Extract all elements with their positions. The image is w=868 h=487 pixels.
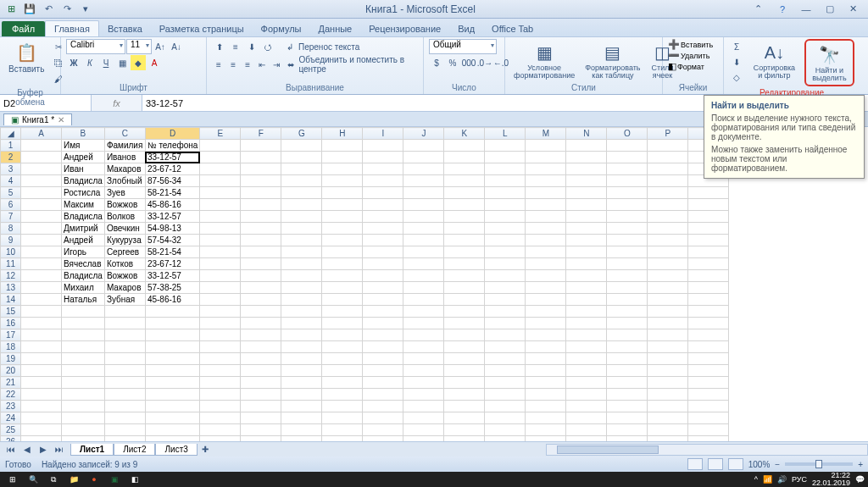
cell-G5[interactable] — [281, 187, 322, 199]
cell-F7[interactable] — [241, 211, 281, 223]
clock-date[interactable]: 22.01.2019 — [812, 479, 850, 487]
cell-I4[interactable] — [363, 175, 403, 187]
cell-G18[interactable] — [281, 341, 322, 353]
cell-G10[interactable] — [281, 246, 322, 258]
cell-M20[interactable] — [526, 365, 566, 377]
cell-I11[interactable] — [363, 258, 403, 270]
cell-H5[interactable] — [322, 187, 363, 199]
cell-L17[interactable] — [485, 329, 526, 341]
cell-O8[interactable] — [607, 223, 648, 235]
cell-O20[interactable] — [607, 365, 648, 377]
cell-N22[interactable] — [566, 389, 607, 401]
cell-B18[interactable] — [62, 341, 105, 353]
cell-A12[interactable] — [21, 270, 62, 282]
cell-Q6[interactable] — [688, 199, 729, 211]
view-normal-icon[interactable] — [687, 458, 703, 470]
cell-M11[interactable] — [526, 258, 566, 270]
cell-E1[interactable] — [200, 140, 241, 152]
tab-office-tab[interactable]: Office Tab — [483, 21, 542, 36]
cell-I12[interactable] — [363, 270, 403, 282]
col-header-G[interactable]: G — [281, 128, 322, 140]
cell-F23[interactable] — [241, 401, 281, 412]
language-indicator[interactable]: РУС — [792, 475, 807, 484]
cell-I16[interactable] — [363, 318, 403, 329]
cell-I1[interactable] — [363, 140, 403, 152]
paste-button[interactable]: 📋 Вставить — [5, 39, 47, 75]
cell-L19[interactable] — [485, 353, 526, 365]
cell-H9[interactable] — [322, 235, 363, 246]
cell-L10[interactable] — [485, 246, 526, 258]
cell-G20[interactable] — [281, 365, 322, 377]
cell-L11[interactable] — [485, 258, 526, 270]
cell-P24[interactable] — [648, 412, 688, 424]
cell-E18[interactable] — [200, 341, 241, 353]
row-header-11[interactable]: 11 — [1, 258, 21, 270]
cell-D5[interactable]: 58-21-54 — [145, 187, 199, 199]
close-button[interactable]: ✕ — [843, 2, 865, 17]
conditional-formatting-button[interactable]: ▦ Условное форматирование — [510, 39, 578, 81]
cell-A7[interactable] — [21, 211, 62, 223]
cell-P20[interactable] — [648, 365, 688, 377]
cell-E19[interactable] — [200, 353, 241, 365]
row-header-9[interactable]: 9 — [1, 235, 21, 246]
cell-A23[interactable] — [21, 401, 62, 412]
cell-A3[interactable] — [21, 163, 62, 175]
cell-I7[interactable] — [363, 211, 403, 223]
cell-O9[interactable] — [607, 235, 648, 246]
cell-J17[interactable] — [403, 329, 444, 341]
sheet-nav-last-icon[interactable]: ⏭ — [52, 442, 67, 457]
cell-N8[interactable] — [566, 223, 607, 235]
cell-O11[interactable] — [607, 258, 648, 270]
cell-O21[interactable] — [607, 377, 648, 389]
cell-N16[interactable] — [566, 318, 607, 329]
cell-E10[interactable] — [200, 246, 241, 258]
font-name-combo[interactable]: Calibri — [66, 39, 125, 54]
fx-button[interactable]: fx — [92, 95, 142, 111]
cell-Q24[interactable] — [688, 412, 729, 424]
align-center-icon[interactable]: ≡ — [226, 57, 240, 72]
font-color-icon[interactable]: A — [147, 55, 162, 70]
cell-I3[interactable] — [363, 163, 403, 175]
decrease-indent-icon[interactable]: ⇤ — [255, 57, 269, 72]
cell-P23[interactable] — [648, 401, 688, 412]
tab-formulas[interactable]: Формулы — [253, 21, 310, 36]
cell-I2[interactable] — [363, 152, 403, 163]
cell-F5[interactable] — [241, 187, 281, 199]
cell-E11[interactable] — [200, 258, 241, 270]
cell-Q20[interactable] — [688, 365, 729, 377]
cell-N7[interactable] — [566, 211, 607, 223]
cell-D23[interactable] — [145, 401, 199, 412]
cell-D7[interactable]: 33-12-57 — [145, 211, 199, 223]
cell-J19[interactable] — [403, 353, 444, 365]
cell-K13[interactable] — [444, 282, 485, 294]
cell-P10[interactable] — [648, 246, 688, 258]
cell-M1[interactable] — [526, 140, 566, 152]
merge-icon[interactable]: ⬌ — [284, 57, 298, 72]
cell-Q19[interactable] — [688, 353, 729, 365]
cell-J9[interactable] — [403, 235, 444, 246]
row-header-22[interactable]: 22 — [1, 389, 21, 401]
cell-L23[interactable] — [485, 401, 526, 412]
cell-B1[interactable]: Имя — [62, 140, 105, 152]
cell-M15[interactable] — [526, 306, 566, 318]
clear-icon[interactable]: ◇ — [729, 69, 744, 85]
cell-E20[interactable] — [200, 365, 241, 377]
cell-N21[interactable] — [566, 377, 607, 389]
cell-K10[interactable] — [444, 246, 485, 258]
cell-G7[interactable] — [281, 211, 322, 223]
start-button[interactable]: ⊞ — [3, 473, 22, 486]
cell-E2[interactable] — [200, 152, 241, 163]
cell-G16[interactable] — [281, 318, 322, 329]
cell-H6[interactable] — [322, 199, 363, 211]
cell-P21[interactable] — [648, 377, 688, 389]
cell-H7[interactable] — [322, 211, 363, 223]
cell-M5[interactable] — [526, 187, 566, 199]
cell-F14[interactable] — [241, 294, 281, 306]
cell-D13[interactable]: 57-38-25 — [145, 282, 199, 294]
cell-J5[interactable] — [403, 187, 444, 199]
cell-J15[interactable] — [403, 306, 444, 318]
cell-F8[interactable] — [241, 223, 281, 235]
increase-indent-icon[interactable]: ⇥ — [270, 57, 283, 72]
cell-C13[interactable]: Макаров — [104, 282, 145, 294]
cell-O12[interactable] — [607, 270, 648, 282]
